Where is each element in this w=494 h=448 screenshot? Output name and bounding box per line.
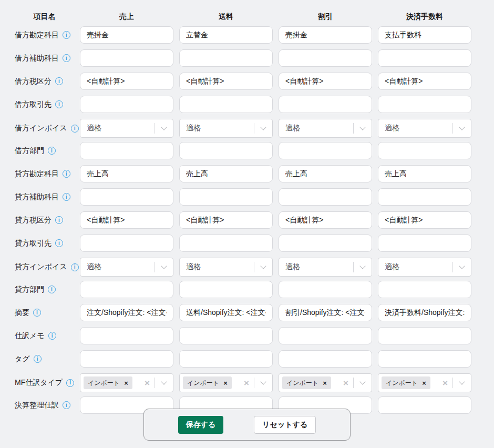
- debit-department-input[interactable]: [279, 142, 372, 159]
- credit-department-input[interactable]: [279, 281, 372, 298]
- credit-sub-account-input[interactable]: [179, 188, 273, 206]
- credit-department-input[interactable]: [378, 281, 471, 298]
- credit-invoice-select[interactable]: 適格: [80, 258, 173, 277]
- debit-partner-input[interactable]: [378, 96, 471, 113]
- journal-memo-input[interactable]: [179, 327, 273, 344]
- info-icon[interactable]: i: [71, 125, 79, 133]
- info-icon[interactable]: i: [63, 54, 70, 62]
- closing-adjustment-input[interactable]: [378, 396, 471, 414]
- credit-partner-input[interactable]: [279, 235, 372, 252]
- mf-journal-type-select[interactable]: インポート × ×: [378, 373, 471, 392]
- debit-tax-category-input[interactable]: [80, 73, 173, 90]
- clear-icon[interactable]: ×: [338, 379, 353, 388]
- row-label: 仕訳メモ: [15, 331, 45, 341]
- row-mf-journal-type: MF仕訳タイプ i インポート × × インポート × × インポート ×: [0, 373, 494, 392]
- info-icon[interactable]: i: [48, 332, 56, 340]
- debit-sub-account-input[interactable]: [378, 49, 471, 67]
- credit-tax-category-input[interactable]: [179, 211, 273, 229]
- credit-account-input[interactable]: [80, 165, 173, 182]
- debit-partner-input[interactable]: [80, 96, 173, 113]
- info-icon[interactable]: i: [48, 147, 56, 155]
- info-icon[interactable]: i: [55, 216, 63, 224]
- debit-invoice-select[interactable]: 適格: [378, 119, 471, 138]
- row-label: 借方取引先: [15, 100, 52, 109]
- header-sales: 売上: [80, 12, 173, 22]
- chip-remove-icon[interactable]: ×: [422, 380, 426, 386]
- reset-button[interactable]: リセットする: [254, 416, 316, 434]
- description-input[interactable]: [378, 304, 471, 321]
- info-icon[interactable]: i: [33, 309, 41, 317]
- debit-sub-account-input[interactable]: [179, 49, 273, 67]
- credit-partner-input[interactable]: [378, 235, 471, 252]
- debit-account-input[interactable]: [378, 26, 471, 44]
- credit-sub-account-input[interactable]: [279, 188, 372, 206]
- credit-account-input[interactable]: [378, 165, 471, 182]
- clear-icon[interactable]: ×: [438, 379, 452, 388]
- journal-memo-input[interactable]: [279, 327, 372, 344]
- description-input[interactable]: [80, 304, 173, 321]
- selected-chip: インポート ×: [84, 376, 132, 389]
- info-icon[interactable]: i: [55, 100, 63, 108]
- clear-icon[interactable]: ×: [140, 379, 155, 388]
- debit-account-input[interactable]: [80, 26, 173, 44]
- mf-journal-type-select[interactable]: インポート × ×: [279, 373, 372, 392]
- credit-department-input[interactable]: [80, 281, 173, 298]
- chip-remove-icon[interactable]: ×: [124, 380, 128, 386]
- debit-partner-input[interactable]: [179, 96, 273, 113]
- row-debit-partner: 借方取引先 i: [0, 96, 494, 113]
- debit-department-input[interactable]: [179, 142, 273, 159]
- chevron-down-icon: [260, 124, 266, 130]
- info-icon[interactable]: i: [55, 239, 63, 247]
- info-icon[interactable]: i: [63, 401, 70, 409]
- credit-partner-input[interactable]: [179, 235, 273, 252]
- mf-journal-type-select[interactable]: インポート × ×: [80, 373, 173, 392]
- info-icon[interactable]: i: [63, 193, 70, 201]
- description-input[interactable]: [279, 304, 372, 321]
- info-icon[interactable]: i: [71, 263, 79, 271]
- credit-invoice-select[interactable]: 適格: [179, 258, 273, 277]
- credit-account-input[interactable]: [279, 165, 372, 182]
- tag-input[interactable]: [179, 350, 273, 368]
- credit-account-input[interactable]: [179, 165, 273, 182]
- info-icon[interactable]: i: [66, 379, 74, 387]
- info-icon[interactable]: i: [48, 286, 56, 293]
- debit-invoice-select[interactable]: 適格: [179, 119, 273, 138]
- debit-partner-input[interactable]: [279, 96, 372, 113]
- tag-input[interactable]: [279, 350, 372, 368]
- info-icon[interactable]: i: [63, 170, 70, 178]
- credit-partner-input[interactable]: [80, 235, 173, 252]
- debit-department-input[interactable]: [378, 142, 471, 159]
- debit-invoice-select[interactable]: 適格: [279, 119, 372, 138]
- debit-tax-category-input[interactable]: [378, 73, 471, 90]
- debit-account-input[interactable]: [179, 26, 273, 44]
- credit-tax-category-input[interactable]: [80, 211, 173, 229]
- info-icon[interactable]: i: [55, 77, 63, 85]
- credit-department-input[interactable]: [179, 281, 273, 298]
- save-button[interactable]: 保存する: [178, 416, 224, 434]
- info-icon[interactable]: i: [34, 355, 42, 363]
- credit-invoice-select[interactable]: 適格: [378, 258, 471, 277]
- tag-input[interactable]: [80, 350, 173, 368]
- tag-input[interactable]: [378, 350, 471, 368]
- credit-tax-category-input[interactable]: [279, 211, 372, 229]
- chip-remove-icon[interactable]: ×: [323, 380, 327, 386]
- description-input[interactable]: [179, 304, 273, 321]
- debit-invoice-select[interactable]: 適格: [80, 119, 173, 138]
- journal-memo-input[interactable]: [378, 327, 471, 344]
- credit-tax-category-input[interactable]: [378, 211, 471, 229]
- mf-journal-type-select[interactable]: インポート × ×: [179, 373, 273, 392]
- chip-remove-icon[interactable]: ×: [223, 380, 228, 386]
- clear-icon[interactable]: ×: [239, 379, 254, 388]
- info-icon[interactable]: i: [63, 31, 70, 39]
- journal-memo-input[interactable]: [80, 327, 173, 344]
- debit-tax-category-input[interactable]: [179, 73, 273, 90]
- debit-sub-account-input[interactable]: [80, 49, 173, 67]
- credit-sub-account-input[interactable]: [80, 188, 173, 206]
- debit-sub-account-input[interactable]: [279, 49, 372, 67]
- debit-tax-category-input[interactable]: [279, 73, 372, 90]
- debit-account-input[interactable]: [279, 26, 372, 44]
- credit-invoice-select[interactable]: 適格: [279, 258, 372, 277]
- debit-department-input[interactable]: [80, 142, 173, 159]
- chevron-down-icon: [161, 124, 167, 130]
- credit-sub-account-input[interactable]: [378, 188, 471, 206]
